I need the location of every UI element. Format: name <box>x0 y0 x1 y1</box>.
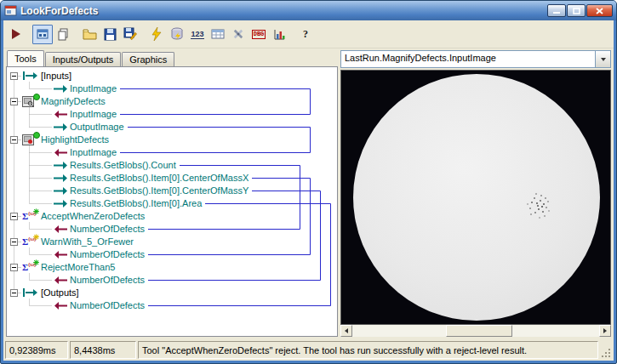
tree-item-label: InputImage <box>70 147 117 158</box>
new-tool-icon <box>56 27 70 41</box>
grid-icon <box>211 28 225 40</box>
chart-icon <box>273 28 286 41</box>
tree-item-outputimage[interactable]: OutputImage <box>8 121 336 134</box>
expand-collapse-box[interactable] <box>10 289 18 297</box>
main-split: Tools Inputs/Outputs Graphics [Inputs]In… <box>3 48 614 340</box>
tree-item-rejectmorethan5[interactable]: Σ(ω)RejectMoreThan5 <box>8 261 336 274</box>
tab-tools[interactable]: Tools <box>7 50 44 66</box>
port-arrow-icon <box>22 287 41 299</box>
expand-collapse-box[interactable] <box>10 238 18 246</box>
tree-item-results-getblobs-item-0-area[interactable]: Results.GetBlobs().Item[0].Area <box>8 197 336 210</box>
toolgroup-panel: Tools Inputs/Outputs Graphics [Inputs]In… <box>6 50 338 337</box>
toolbar-toolgroup-button[interactable] <box>32 25 53 44</box>
toolbar-open-button[interactable] <box>79 25 100 44</box>
scrollbar-thumb[interactable] <box>446 325 512 337</box>
run-icon <box>12 29 20 39</box>
scroll-left-icon <box>345 328 348 333</box>
tool-tree-panel: [Inputs]InputImageMagnifyDefectsInputIma… <box>6 66 338 337</box>
tree-item-results-getblobs-count[interactable]: Results.GetBlobs().Count <box>8 159 336 172</box>
tree-item-outputs[interactable]: [Outputs] <box>8 287 336 299</box>
tab-inputs-outputs[interactable]: Inputs/Outputs <box>45 52 122 66</box>
tree-item-highlightdefects[interactable]: HighlightDefects <box>8 134 336 146</box>
save-icon <box>104 28 117 41</box>
tree-item-numberofdefects[interactable]: NumberOfDefects <box>8 274 336 287</box>
toolbar-save-as-button[interactable] <box>120 25 140 44</box>
chevron-down-icon <box>601 58 606 61</box>
image-display[interactable] <box>340 70 611 325</box>
scrollbar-track[interactable] <box>352 325 599 337</box>
tree-item-acceptwhenzerodefects[interactable]: Σ(ω)AcceptWhenZeroDefects <box>8 210 336 223</box>
tree-item-label: RejectMoreThan5 <box>41 262 115 273</box>
toolbar-calc-123-button[interactable]: 123 <box>187 25 208 44</box>
app-icon <box>4 4 17 17</box>
tree-item-label: NumberOfDefects <box>70 300 145 311</box>
tree-item-label: Results.GetBlobs().Item[0].Area <box>70 198 202 209</box>
status-bar: 0,92389ms 8,4438ms Tool "AcceptWhenZeroD… <box>3 340 614 361</box>
tools-icon <box>231 27 245 41</box>
tree-rows: [Inputs]InputImageMagnifyDefectsInputIma… <box>8 68 336 312</box>
open-icon <box>83 27 97 41</box>
tree-item-warnwith-5-orfewer[interactable]: Σ(ω)WarnWith_5_OrFewer <box>8 236 336 248</box>
help-icon: ? <box>303 28 308 41</box>
scroll-left-button[interactable] <box>340 325 352 337</box>
toolbar: 123DBG? <box>3 20 614 48</box>
combo-value: LastRun.MagnifyDefects.InputImage <box>341 51 595 67</box>
toolbar-help-button[interactable]: ? <box>295 25 316 44</box>
tree-item-results-getblobs-item-0-centerofmassy[interactable]: Results.GetBlobs().Item[0].CenterOfMassY <box>8 185 336 197</box>
toolbar-new-tool-button[interactable] <box>53 25 73 44</box>
image-tool-red-icon <box>22 134 41 145</box>
tree-item-label: InputImage <box>70 83 117 94</box>
sigma-icon: Σ(ω) <box>22 261 41 273</box>
tab-graphics[interactable]: Graphics <box>122 52 174 66</box>
tree-item-label: NumberOfDefects <box>70 224 145 235</box>
minimize-icon <box>553 8 560 14</box>
minimize-button[interactable] <box>547 4 566 17</box>
window-title: LookForDefects <box>20 5 544 17</box>
tree-item-numberofdefects[interactable]: NumberOfDefects <box>8 248 336 261</box>
expand-collapse-box[interactable] <box>10 72 18 80</box>
tree-item-label: [Inputs] <box>41 71 71 82</box>
horizontal-scrollbar[interactable] <box>340 325 611 337</box>
window-client-area: 123DBG? Tools Inputs/Outputs Graphics [I… <box>3 20 614 361</box>
tree-item-label: Results.GetBlobs().Item[0].CenterOfMassY <box>70 185 249 196</box>
tree-item-label: MagnifyDefects <box>41 96 106 107</box>
expand-collapse-box[interactable] <box>10 213 18 220</box>
tree-item-label: WarnWith_5_OrFewer <box>41 236 134 247</box>
toolbar-run-button[interactable] <box>6 25 26 44</box>
tree-item-magnifydefects[interactable]: MagnifyDefects <box>8 95 336 108</box>
image-tool-icon <box>22 95 41 107</box>
status-time-1: 0,92389ms <box>5 341 68 359</box>
toolbar-debug-button[interactable]: DBG <box>249 25 269 44</box>
combo-dropdown-button[interactable] <box>595 51 610 67</box>
expand-collapse-box[interactable] <box>10 98 18 105</box>
title-bar[interactable]: LookForDefects <box>1 1 616 20</box>
expand-collapse-box[interactable] <box>10 264 18 271</box>
tree-item-inputimage[interactable]: InputImage <box>8 146 336 159</box>
scroll-right-button[interactable] <box>599 325 611 337</box>
defect-cluster <box>537 205 539 207</box>
tree-item-inputs[interactable]: [Inputs] <box>8 70 336 82</box>
toolbar-grid-button[interactable] <box>208 25 228 44</box>
tree-item-label: [Outputs] <box>41 287 79 299</box>
close-icon <box>596 8 603 14</box>
maximize-button[interactable] <box>567 4 586 17</box>
window-controls <box>547 4 613 17</box>
debug-icon: DBG <box>252 30 266 39</box>
display-source-combobox[interactable]: LastRun.MagnifyDefects.InputImage <box>340 50 611 68</box>
toolbar-zap-button[interactable] <box>146 25 167 44</box>
toolgroup-icon <box>36 27 49 41</box>
tree-item-label: OutputImage <box>70 122 124 133</box>
toolbar-chart-button[interactable] <box>269 25 289 44</box>
tree-item-inputimage[interactable]: InputImage <box>8 82 336 95</box>
toolbar-database-button[interactable] <box>167 25 187 44</box>
toolbar-save-button[interactable] <box>100 25 120 44</box>
toolbar-tools-button[interactable] <box>228 25 249 44</box>
close-button[interactable] <box>586 4 613 17</box>
tree-item-numberofdefects[interactable]: NumberOfDefects <box>8 223 336 236</box>
tree-item-inputimage[interactable]: InputImage <box>8 108 336 121</box>
expand-collapse-box[interactable] <box>10 136 18 144</box>
scroll-right-icon <box>603 328 607 333</box>
tree-item-results-getblobs-item-0-centerofmassx[interactable]: Results.GetBlobs().Item[0].CenterOfMassX <box>8 172 336 185</box>
tree-item-numberofdefects[interactable]: NumberOfDefects <box>8 299 336 312</box>
resize-grip[interactable] <box>600 341 612 359</box>
